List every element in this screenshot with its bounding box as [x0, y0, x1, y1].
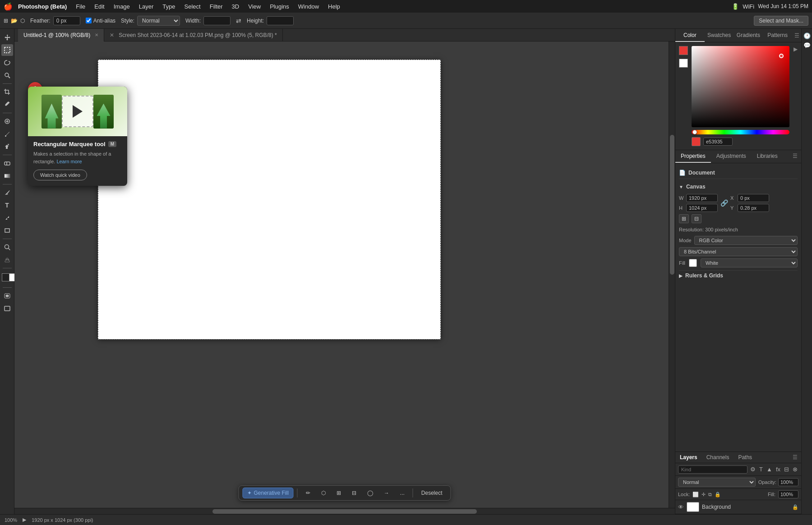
zoom-tool[interactable] — [1, 241, 13, 253]
layers-search-input[interactable] — [678, 465, 747, 474]
channels-tab[interactable]: Channels — [702, 452, 734, 463]
zoom-level[interactable]: 100% — [5, 517, 17, 523]
tab-screenshot-close-left[interactable]: ✕ — [110, 32, 114, 38]
shape-tool[interactable] — [1, 225, 13, 236]
eraser-tool[interactable] — [1, 157, 13, 169]
watch-video-button[interactable]: Watch quick video — [33, 170, 87, 180]
bg-color-swatch[interactable] — [679, 59, 688, 68]
fg-color-swatch[interactable] — [679, 46, 688, 55]
feather-input[interactable] — [53, 16, 80, 25]
menu-help[interactable]: Help — [324, 2, 344, 11]
bits-select[interactable]: 8 Bits/Channel 16 Bits/Channel 32 Bits/C… — [679, 247, 798, 256]
swatches-tab[interactable]: Swatches — [705, 29, 734, 42]
canvas-y-input[interactable] — [738, 204, 769, 212]
ctx-edit-icon[interactable]: ✏ — [301, 488, 315, 498]
menu-layer[interactable]: Layer — [135, 2, 157, 11]
menu-type[interactable]: Type — [159, 2, 179, 11]
lock-artboards-icon[interactable]: ⧉ — [708, 492, 712, 497]
path-selection-tool[interactable] — [1, 212, 13, 224]
patterns-tab[interactable]: Patterns — [763, 29, 792, 42]
eyedropper-tool[interactable] — [1, 99, 13, 111]
tab-screenshot[interactable]: ✕ Screen Shot 2023-06-14 at 1.02.03 PM.p… — [104, 29, 282, 41]
quick-mask-tool[interactable] — [1, 290, 13, 302]
deselect-button[interactable]: Deselect — [417, 488, 447, 498]
hue-slider[interactable] — [692, 130, 789, 134]
lock-pixels-icon[interactable]: ⬜ — [692, 492, 699, 497]
zoom-fit-btn[interactable]: ▶ — [23, 517, 26, 523]
layers-filter-icon[interactable]: ⚙ — [749, 465, 757, 474]
brush-options-icon[interactable]: ⬡ — [20, 18, 25, 24]
v-scroll-thumb[interactable] — [670, 135, 674, 275]
color-spectrum[interactable] — [692, 46, 789, 127]
pen-tool[interactable] — [1, 187, 13, 198]
tooltip-play-button[interactable] — [62, 96, 93, 127]
lock-all-icon[interactable]: 🔒 — [715, 492, 721, 497]
healing-brush-tool[interactable] — [1, 115, 13, 127]
apple-menu[interactable]: 🍎 — [4, 2, 13, 11]
gradient-tool[interactable] — [1, 170, 13, 182]
quick-select-tool[interactable] — [1, 69, 13, 81]
ctx-circle-icon[interactable]: ◯ — [363, 488, 378, 498]
ctx-more-button[interactable]: ... — [396, 488, 409, 498]
menu-plugins[interactable]: Plugins — [266, 2, 293, 11]
brush-tool[interactable] — [1, 128, 13, 140]
screen-mode-tool[interactable] — [1, 303, 13, 314]
tooltip-learn-more-link[interactable]: Learn more — [56, 159, 82, 164]
height-input[interactable] — [267, 16, 294, 25]
lock-position-icon[interactable]: ✛ — [701, 492, 706, 497]
ctx-transform-icon[interactable]: ⬡ — [317, 488, 330, 498]
lasso-tool[interactable] — [1, 57, 13, 69]
menu-window[interactable]: Window — [295, 2, 323, 11]
layers-delete-icon[interactable]: ⊗ — [792, 465, 798, 474]
fill-input[interactable] — [778, 490, 798, 498]
type-tool[interactable]: T — [1, 199, 13, 211]
canvas-viewport[interactable]: 1 2 — [14, 41, 675, 514]
ctx-expand-icon[interactable]: ⊞ — [332, 488, 346, 498]
clone-stamp-tool[interactable] — [1, 141, 13, 152]
ctx-mask-icon[interactable]: ⊟ — [347, 488, 361, 498]
opacity-input[interactable] — [778, 478, 798, 486]
fill-select[interactable]: White Black Transparent — [701, 258, 798, 267]
color-tab[interactable]: Color — [675, 29, 705, 42]
color-preview-swatch[interactable] — [692, 137, 701, 146]
hand-tool[interactable] — [1, 254, 13, 266]
paths-tab[interactable]: Paths — [734, 452, 757, 463]
menu-3d[interactable]: 3D — [228, 2, 243, 11]
generative-fill-button[interactable]: ✦ Generative Fill — [242, 488, 293, 498]
history-icon[interactable]: 🕐 — [803, 32, 811, 39]
adjustments-tab[interactable]: Adjustments — [711, 150, 752, 163]
crop-tool[interactable] — [1, 86, 13, 98]
layers-fx-icon[interactable]: fx — [775, 465, 781, 474]
open-icon[interactable]: 📂 — [11, 18, 18, 24]
blend-mode-select[interactable]: Normal Dissolve Multiply Screen — [678, 478, 756, 487]
menu-file[interactable]: File — [72, 2, 89, 11]
menu-edit[interactable]: Edit — [91, 2, 108, 11]
layers-adjustment-icon[interactable]: ▲ — [766, 465, 773, 474]
layers-mask-icon[interactable]: ⊟ — [783, 465, 790, 474]
rulers-grids-header[interactable]: ▶ Rulers & Grids — [679, 271, 798, 281]
layer-visibility-icon[interactable]: 👁 — [678, 504, 684, 511]
anti-alias-checkbox[interactable] — [86, 18, 92, 23]
panel-options-icon[interactable]: ☰ — [792, 29, 801, 42]
spectrum-arrow[interactable]: ▶ — [793, 46, 798, 52]
properties-tab[interactable]: Properties — [675, 150, 711, 163]
h-scroll-thumb[interactable] — [212, 509, 477, 514]
pixel-aspect-2-btn[interactable]: ⊟ — [692, 214, 701, 223]
vertical-scrollbar[interactable] — [669, 41, 675, 508]
gradients-tab[interactable]: Gradients — [734, 29, 763, 42]
hex-color-input[interactable] — [703, 138, 733, 146]
move-tool[interactable] — [1, 32, 13, 43]
mode-select[interactable]: RGB Color CMYK Color Grayscale — [694, 236, 798, 245]
style-select[interactable]: Normal Fixed Ratio Fixed Size — [137, 16, 180, 26]
chat-icon[interactable]: 💬 — [803, 42, 811, 49]
canvas-h-input[interactable] — [686, 204, 718, 212]
pixel-aspect-1-btn[interactable]: ⊞ — [679, 214, 689, 223]
properties-options-icon[interactable]: ☰ — [789, 150, 801, 163]
menu-select[interactable]: Select — [181, 2, 204, 11]
width-input[interactable] — [203, 16, 231, 25]
new-document-icon[interactable]: ⊞ — [4, 18, 8, 24]
canvas-x-input[interactable] — [738, 194, 769, 202]
swap-icon[interactable]: ⇄ — [236, 17, 241, 24]
menu-filter[interactable]: Filter — [206, 2, 226, 11]
fill-color-swatch[interactable] — [689, 259, 697, 267]
